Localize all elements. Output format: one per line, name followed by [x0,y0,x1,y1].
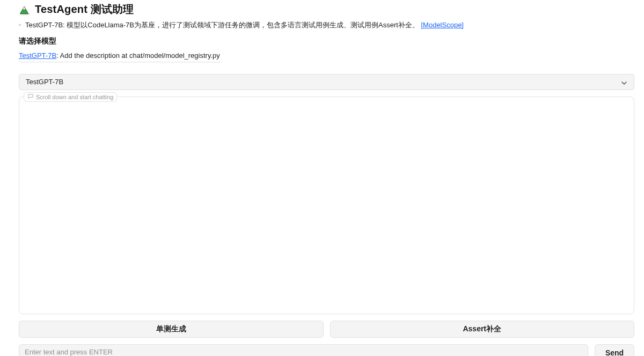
mountain-icon [19,4,31,16]
model-section-heading: 请选择模型 [19,36,634,46]
description-text: TestGPT-7B: 模型以CodeLlama-7B为基座，进行了测试领域下游… [25,21,421,29]
model-select-value: TestGPT-7B [26,78,63,86]
model-desc: : Add the description at chat/model/mode… [56,51,220,60]
generate-button[interactable]: 单测生成 [19,321,324,338]
description-list: TestGPT-7B: 模型以CodeLlama-7B为基座，进行了测试领域下游… [19,20,634,31]
chat-box[interactable]: Scroll down and start chatting [19,97,634,314]
description-item: TestGPT-7B: 模型以CodeLlama-7B为基座，进行了测试领域下游… [19,20,634,31]
model-select[interactable]: TestGPT-7B [19,74,634,90]
send-button[interactable]: Send [595,344,634,356]
assert-button[interactable]: Assert补全 [330,321,635,338]
page-title: TestAgent 测试助理 [35,2,134,17]
chat-legend: Scroll down and start chatting [24,92,117,102]
modelscope-link[interactable]: [ModelScope] [421,21,464,29]
prompt-input[interactable] [19,344,588,356]
chat-icon [27,93,34,101]
model-link[interactable]: TestGPT-7B [19,51,56,60]
chat-legend-text: Scroll down and start chatting [36,94,113,100]
header: TestAgent 测试助理 [19,2,634,17]
model-line: TestGPT-7B: Add the description at chat/… [19,51,220,60]
